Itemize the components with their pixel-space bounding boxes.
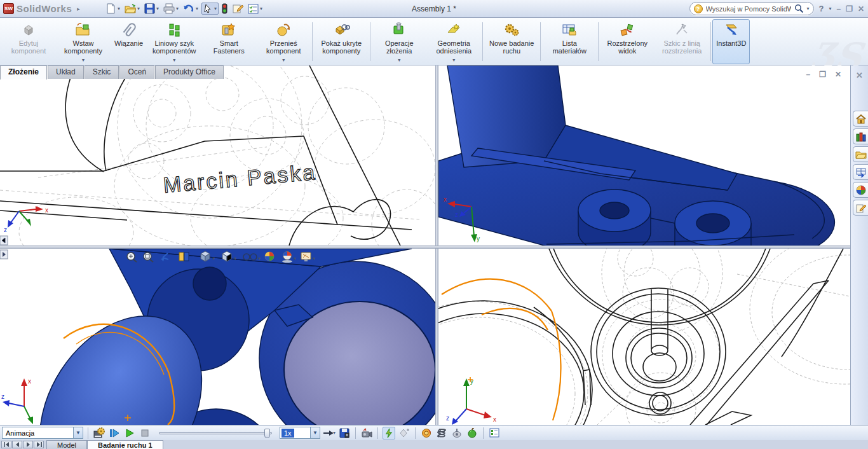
- doc-restore-button[interactable]: ❐: [819, 70, 826, 79]
- stop-button[interactable]: [139, 427, 151, 439]
- close-button[interactable]: ✕: [858, 5, 864, 13]
- motion-study-tab[interactable]: Badanie ruchu 1: [87, 440, 163, 449]
- playback-mode-button[interactable]: ▾: [323, 427, 336, 439]
- move-component-button[interactable]: Przenieś komponent ▾: [256, 19, 311, 64]
- help-search-box[interactable]: ? Wyszukaj w Pomocy SolidWorks ▾: [689, 2, 814, 15]
- model-tab[interactable]: Model: [46, 440, 87, 449]
- svg-text:▾: ▾: [313, 256, 315, 261]
- graphics-area[interactable]: Marcin Paska x z: [0, 66, 850, 425]
- motor-button[interactable]: [420, 427, 433, 439]
- gravity-button[interactable]: [466, 427, 478, 439]
- tab-uklad[interactable]: Układ: [48, 66, 84, 79]
- search-dropdown-icon[interactable]: ▾: [807, 6, 810, 11]
- tab-ocen[interactable]: Oceń: [119, 66, 154, 79]
- autokey-button[interactable]: [383, 427, 395, 439]
- help-balloon-icon: ?: [694, 4, 703, 13]
- edit-appearance-icon[interactable]: [265, 252, 274, 261]
- rebuild-button[interactable]: [231, 3, 245, 15]
- timeline-slider[interactable]: [159, 432, 272, 434]
- orientation-triad: y x z: [446, 377, 496, 425]
- exploded-view-button[interactable]: Rozstrzelony widok: [600, 19, 654, 64]
- last-tab-button[interactable]: [34, 441, 44, 448]
- selected-sketch-edge[interactable]: [442, 279, 561, 420]
- appearance-sphere-icon: [855, 185, 867, 195]
- mate-button[interactable]: Wiązanie: [111, 19, 147, 64]
- select-cursor-icon: [203, 4, 213, 13]
- animation-wizard-button[interactable]: [360, 427, 373, 439]
- tab-zlozenie[interactable]: Złożenie: [0, 66, 47, 79]
- view-palette-tab[interactable]: [853, 164, 868, 180]
- minimize-button[interactable]: –: [836, 5, 841, 13]
- open-document-button[interactable]: ▾: [123, 3, 141, 15]
- print-button[interactable]: ▾: [162, 3, 180, 15]
- tab-produkty-office[interactable]: Produkty Office: [155, 66, 224, 79]
- previous-tab-button[interactable]: [12, 441, 22, 448]
- viewport-top-left[interactable]: Marcin Paska x z: [0, 66, 435, 245]
- viewport-bottom-left[interactable]: ▾ ▾ ▾ ▾ ▾ x z: [0, 249, 435, 425]
- home-icon: [855, 114, 867, 124]
- new-document-icon: [105, 3, 116, 14]
- restore-button[interactable]: ❐: [846, 5, 853, 13]
- smart-fasteners-button[interactable]: Smart Fasteners: [201, 19, 256, 64]
- first-tab-button[interactable]: [1, 441, 11, 448]
- toolbar-separator: [377, 427, 378, 439]
- select-tool-button[interactable]: ▾: [201, 3, 219, 15]
- add-key-button[interactable]: [398, 427, 410, 439]
- viewport-top-right[interactable]: x z y: [438, 66, 850, 245]
- animation-wizard-icon: [361, 428, 372, 438]
- title-bar: SW SolidWorks ▸ ▾ ▾ ▾ ▾ ▾ ▾ ▾ A: [0, 0, 868, 18]
- next-tab-button[interactable]: [23, 441, 33, 448]
- spring-button[interactable]: [435, 427, 448, 439]
- instant3d-button[interactable]: Instant3D: [712, 19, 750, 64]
- help-button[interactable]: ?: [819, 4, 824, 13]
- insert-components-icon: [75, 22, 92, 38]
- assembly-features-button[interactable]: Operacje złożenia ▾: [372, 19, 426, 64]
- reference-geometry-button[interactable]: Geometria odniesienia ▾: [426, 19, 481, 64]
- calculate-button[interactable]: [93, 427, 105, 439]
- insert-components-button[interactable]: Wstaw komponenty ▾: [56, 19, 111, 64]
- save-animation-button[interactable]: [338, 427, 351, 439]
- pane-splitter-arrow[interactable]: [0, 236, 8, 245]
- task-pane-close-icon[interactable]: ✕: [851, 71, 868, 80]
- menu-expand-arrow-icon[interactable]: ▸: [77, 6, 80, 12]
- study-type-value: Animacja: [6, 429, 34, 437]
- show-hidden-components-button[interactable]: Pokaż ukryte komponenty: [314, 19, 369, 64]
- new-motion-study-button[interactable]: Nowe badanie ruchu: [484, 19, 539, 64]
- doc-minimize-button[interactable]: –: [806, 70, 810, 79]
- edit-component-button[interactable]: Edytuj komponent: [1, 19, 56, 64]
- viewport-splitter-horizontal[interactable]: [0, 245, 850, 249]
- timeline-slider-thumb[interactable]: [264, 429, 270, 438]
- explode-line-sketch-button[interactable]: Szkic z linią rozstrzelenia: [654, 19, 709, 64]
- appearances-scenes-tab[interactable]: [853, 182, 868, 198]
- section-view-icon[interactable]: [179, 252, 189, 261]
- file-explorer-tab[interactable]: [853, 146, 868, 162]
- viewport-bottom-right[interactable]: y x z: [438, 249, 850, 425]
- undo-button[interactable]: ▾: [182, 3, 200, 15]
- linear-component-pattern-button[interactable]: Liniowy szyk komponentów ▾: [147, 19, 201, 64]
- doc-close-button[interactable]: ✕: [835, 70, 841, 79]
- design-library-tab[interactable]: [853, 128, 868, 144]
- pane-splitter-arrow[interactable]: [0, 250, 8, 259]
- toolbar-separator: [88, 427, 88, 439]
- new-document-button[interactable]: ▾: [104, 3, 121, 15]
- search-icon[interactable]: [794, 4, 804, 13]
- results-plots-button[interactable]: [488, 427, 501, 439]
- damper-button[interactable]: [451, 427, 463, 439]
- playback-speed-select[interactable]: 1x ▼: [280, 427, 320, 439]
- help-dropdown-icon[interactable]: ▾: [829, 6, 831, 11]
- play-from-start-button[interactable]: [108, 427, 121, 439]
- play-button[interactable]: [123, 427, 136, 439]
- bill-of-materials-button[interactable]: Lista materiałów: [542, 19, 597, 64]
- study-type-select[interactable]: Animacja ▼: [2, 427, 83, 439]
- folder-icon: [855, 149, 867, 159]
- selection-filter-button[interactable]: [220, 3, 229, 15]
- options-button[interactable]: ▾: [247, 3, 264, 15]
- save-animation-icon: [339, 428, 349, 438]
- custom-properties-tab[interactable]: [853, 200, 868, 216]
- tab-szkic[interactable]: Szkic: [85, 66, 119, 79]
- save-button[interactable]: ▾: [143, 3, 160, 15]
- search-placeholder: Wyszukaj w Pomocy SolidWorks: [706, 5, 791, 13]
- solidworks-resources-tab[interactable]: [853, 111, 868, 127]
- orientation-triad: x z: [1, 378, 33, 424]
- svg-text:▾: ▾: [234, 256, 236, 261]
